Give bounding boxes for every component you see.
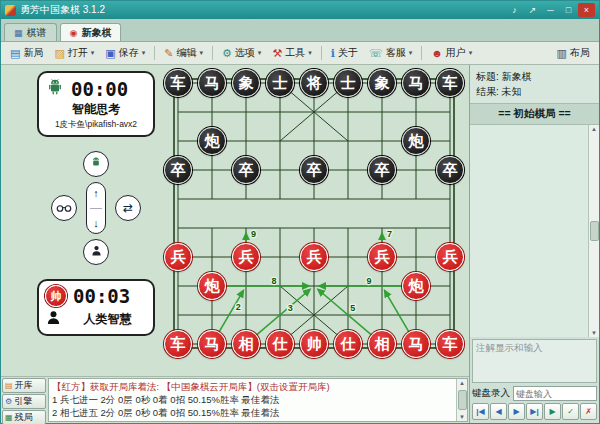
red-general-icon: 帅 — [45, 285, 67, 307]
piece-red-仕[interactable]: 仕 — [334, 330, 362, 358]
piece-red-兵[interactable]: 兵 — [368, 243, 396, 271]
piece-red-兵[interactable]: 兵 — [300, 243, 328, 271]
piece-red-相[interactable]: 相 — [232, 330, 260, 358]
piece-red-仕[interactable]: 仕 — [266, 330, 294, 358]
cancel-button[interactable]: ✗ — [580, 403, 597, 420]
confirm-button[interactable]: ✓ — [562, 403, 579, 420]
log-scrollbar[interactable]: ▲ ▼ — [456, 379, 467, 421]
log-line: 2 相七进五 2分 0层 0秒 0着 0招 50.15%胜率 最佳着法 — [52, 406, 453, 419]
toolbar-button-save[interactable]: ▣保存▾ — [100, 44, 150, 62]
tab-new-xiangqi[interactable]: ◉新象棋 — [60, 23, 122, 41]
toolbar-button-label: 选项 — [235, 46, 255, 60]
scroll-thumb[interactable] — [458, 390, 467, 410]
piece-black-将[interactable]: 将 — [300, 69, 328, 97]
toolbar-button-tools[interactable]: ⚒工具▾ — [267, 44, 316, 62]
minimize-button[interactable]: ─ — [542, 3, 559, 17]
piece-black-卒[interactable]: 卒 — [232, 156, 260, 184]
engine-button[interactable]: ⚙引擎 — [2, 394, 46, 409]
open-book-button[interactable]: ▤开库 — [2, 378, 46, 393]
scroll-up-icon[interactable]: ▲ — [459, 380, 465, 386]
xiangqi-board[interactable]: 9789352 车马象士将士象马车炮炮卒卒卒卒卒兵兵兵兵兵炮炮车马相仕帅仕相马车 — [161, 69, 467, 359]
glasses-icon — [56, 199, 72, 217]
piece-red-车[interactable]: 车 — [164, 330, 192, 358]
open-book-icon: ▤ — [5, 381, 13, 390]
button-label: 残局 — [15, 411, 33, 424]
human-side-button[interactable] — [83, 239, 109, 265]
piece-black-象[interactable]: 象 — [368, 69, 396, 97]
piece-black-炮[interactable]: 炮 — [198, 127, 226, 155]
piece-red-马[interactable]: 马 — [402, 330, 430, 358]
tab-manual[interactable]: ▦棋谱 — [4, 23, 57, 41]
move-list[interactable] — [470, 125, 588, 337]
toolbar-button-layout[interactable]: ▥ 布局 — [552, 44, 595, 62]
caret-down-icon: ▾ — [258, 49, 262, 57]
first-button[interactable]: |◀ — [472, 403, 489, 420]
person-icon — [45, 309, 62, 330]
toolbar-button-options[interactable]: ⚙选项▾ — [217, 44, 266, 62]
tab-bar: ▦棋谱◉新象棋 — [1, 19, 599, 42]
swap-button[interactable]: ⇄ — [115, 195, 141, 221]
piece-black-象[interactable]: 象 — [232, 69, 260, 97]
piece-black-卒[interactable]: 卒 — [436, 156, 464, 184]
engine-name: 1皮卡鱼\pikafish-avx2 — [45, 119, 147, 131]
support-icon: ☏ — [369, 48, 383, 59]
play-button[interactable]: ▶ — [544, 403, 561, 420]
piece-black-马[interactable]: 马 — [402, 69, 430, 97]
scroll-up-icon[interactable]: ▲ — [591, 126, 597, 132]
maximize-button[interactable]: □ — [560, 3, 577, 17]
spectate-button[interactable] — [51, 195, 77, 221]
playback-controls: |◀◀▶▶|▶✓✗ — [470, 403, 599, 423]
piece-black-马[interactable]: 马 — [198, 69, 226, 97]
arrow-up-icon[interactable]: ↑ — [93, 187, 99, 199]
titlebar[interactable]: 勇芳中国象棋 3.1.2 ♪↗─□× — [1, 1, 599, 19]
window-title: 勇芳中国象棋 3.1.2 — [20, 3, 502, 17]
scroll-thumb[interactable] — [590, 221, 599, 241]
piece-black-士[interactable]: 士 — [266, 69, 294, 97]
toolbar-button-open[interactable]: ▨打开▾ — [49, 44, 99, 62]
swap-icon: ⇄ — [123, 201, 133, 215]
piece-black-卒[interactable]: 卒 — [164, 156, 192, 184]
toolbar-button-edit[interactable]: ✎编辑▾ — [159, 44, 208, 62]
keyboard-entry-input[interactable] — [513, 386, 597, 401]
piece-black-车[interactable]: 车 — [436, 69, 464, 97]
sound-button[interactable]: ♪ — [506, 3, 523, 17]
movelist-scrollbar[interactable]: ▲ ▼ — [588, 125, 599, 337]
game-result: 结果: 未知 — [476, 84, 593, 99]
piece-red-兵[interactable]: 兵 — [232, 243, 260, 271]
restore-down-button[interactable]: ↗ — [524, 3, 541, 17]
toolbar-button-user[interactable]: ☻用户▾ — [426, 44, 477, 62]
toolbar-button-label: 编辑 — [176, 46, 196, 60]
engine-side-button[interactable] — [83, 151, 109, 177]
piece-black-车[interactable]: 车 — [164, 69, 192, 97]
last-button[interactable]: ▶| — [526, 403, 543, 420]
close-button[interactable]: × — [578, 3, 595, 17]
piece-red-炮[interactable]: 炮 — [198, 272, 226, 300]
piece-red-马[interactable]: 马 — [198, 330, 226, 358]
piece-red-兵[interactable]: 兵 — [436, 243, 464, 271]
toolbar-button-about[interactable]: ℹ关于 — [326, 44, 363, 62]
prev-button[interactable]: ◀ — [490, 403, 507, 420]
save-icon: ▣ — [105, 48, 115, 59]
annotation-box[interactable]: 注解显示和输入 — [472, 339, 597, 383]
piece-black-卒[interactable]: 卒 — [300, 156, 328, 184]
scroll-down-icon[interactable]: ▼ — [591, 330, 597, 336]
arrow-down-icon[interactable]: ↓ — [93, 217, 99, 229]
tab-label: 棋谱 — [27, 26, 47, 40]
piece-red-相[interactable]: 相 — [368, 330, 396, 358]
piece-black-士[interactable]: 士 — [334, 69, 362, 97]
toolbar-button-support[interactable]: ☏客服▾ — [364, 44, 417, 62]
toolbar-button-new-game[interactable]: ▤新局 — [5, 44, 48, 62]
scroll-down-icon[interactable]: ▼ — [459, 414, 465, 420]
endgame-button[interactable]: ▦残局 — [2, 410, 46, 424]
piece-red-车[interactable]: 车 — [436, 330, 464, 358]
next-button[interactable]: ▶ — [508, 403, 525, 420]
piece-red-帅[interactable]: 帅 — [300, 330, 328, 358]
movelist-header: == 初始棋局 == — [470, 104, 599, 125]
swap-sides-control[interactable]: ↑ ↓ — [86, 182, 106, 234]
piece-black-炮[interactable]: 炮 — [402, 127, 430, 155]
piece-red-炮[interactable]: 炮 — [402, 272, 430, 300]
piece-red-兵[interactable]: 兵 — [164, 243, 192, 271]
piece-black-卒[interactable]: 卒 — [368, 156, 396, 184]
robot-icon — [45, 77, 65, 101]
log-line: 1 兵七进一 2分 0层 0秒 0着 0招 50.15%胜率 最佳着法 — [52, 393, 453, 406]
